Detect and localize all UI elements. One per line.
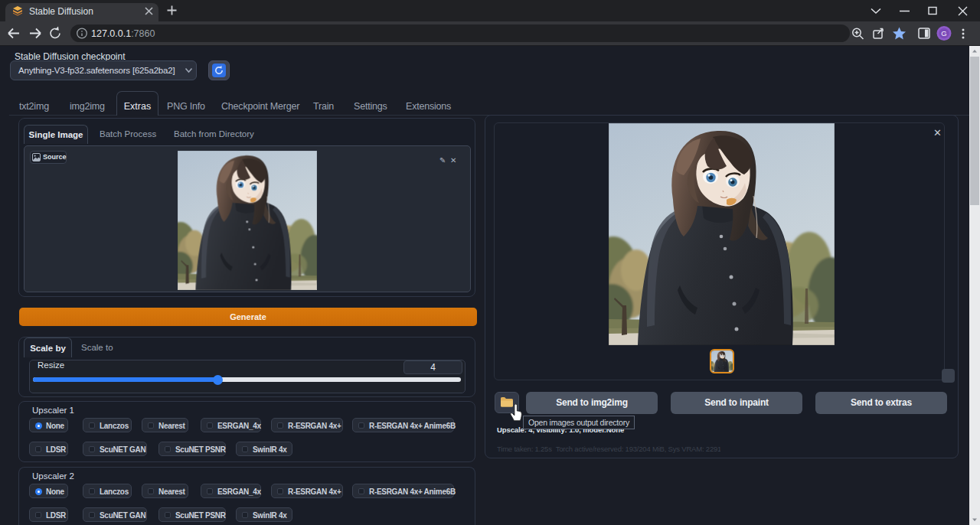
svg-text:G: G [941,29,946,38]
